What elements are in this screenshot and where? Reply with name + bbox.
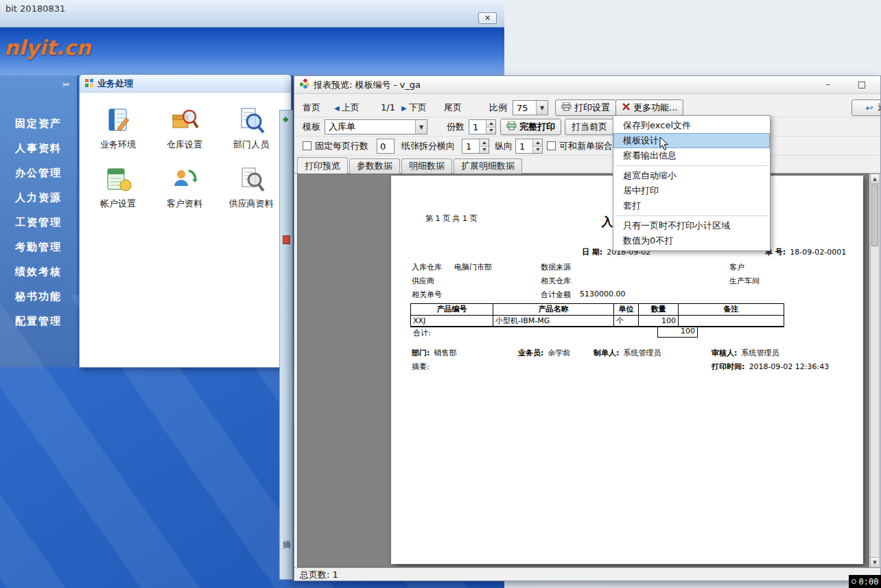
- cell-unit: 个: [614, 316, 639, 327]
- copies-value: 1: [469, 120, 486, 134]
- full-print-button[interactable]: 完整打印: [500, 119, 561, 135]
- menu-item-auto-shrink[interactable]: 超宽自动缩小: [613, 168, 770, 183]
- ledger-coin-icon: [103, 184, 133, 197]
- footer-clerk: 业务员:余学前: [518, 348, 570, 358]
- field-datasource-label: 数据来源: [541, 262, 571, 272]
- split-horizontal-stepper[interactable]: 1: [462, 139, 489, 154]
- tab-extended-detail-data[interactable]: 扩展明细数据: [454, 158, 522, 174]
- preview-canvas: 第 1 页 共 1 页 入库单 日 期:2018-09-02 单 号:18-09…: [297, 174, 869, 567]
- split-horizontal-value: 1: [462, 139, 479, 153]
- split-vertical-stepper[interactable]: 1: [515, 139, 543, 154]
- scroll-thumb[interactable]: [871, 185, 878, 246]
- back-button[interactable]: ↩ 返: [851, 99, 881, 116]
- menu-item-zero-not-print[interactable]: 数值为0不打: [613, 233, 770, 248]
- menu-item-skip-subtotal[interactable]: 只有一页时不打印小计区域: [613, 218, 770, 233]
- nav-next-label: 下页: [409, 102, 427, 113]
- print-setup-button[interactable]: 打印设置: [555, 99, 616, 116]
- vertical-scrollbar[interactable]: ▲ ▼: [870, 174, 880, 567]
- menu-item-overlay-print[interactable]: 套打: [613, 198, 770, 213]
- chevron-down-icon: ▼: [415, 120, 427, 134]
- sidebar-item-performance[interactable]: 绩效考核: [0, 259, 77, 284]
- template-label: 模板: [303, 118, 320, 135]
- merge-checkbox[interactable]: [547, 141, 556, 150]
- shortcut-label: 帐户设置: [85, 198, 151, 210]
- menu-item-view-output[interactable]: 察看输出信息: [613, 148, 770, 163]
- spin-down-icon[interactable]: [533, 147, 542, 154]
- fixed-rows-label: 固定每页行数: [315, 137, 368, 154]
- next-icon: ▶: [401, 104, 407, 112]
- full-print-label: 完整打印: [519, 121, 555, 133]
- clock-icon: [851, 579, 856, 584]
- footer-print-time: 打印时间:2018-09-02 12:36:43: [712, 362, 829, 372]
- cell-remark: [679, 316, 784, 327]
- spin-up-icon[interactable]: [480, 139, 489, 147]
- nav-prev-label: 上页: [342, 102, 360, 113]
- scissors-icon[interactable]: ✂: [62, 80, 70, 90]
- nav-first-button[interactable]: 首页: [303, 99, 320, 116]
- auditor-label: 审核人:: [712, 349, 737, 357]
- tab-print-preview[interactable]: 打印预览: [297, 157, 348, 174]
- spin-down-icon[interactable]: [480, 147, 489, 154]
- shortcut-account-settings[interactable]: 帐户设置: [85, 164, 151, 210]
- field-total-amount-value: 5130000.00: [580, 290, 625, 298]
- maximize-button[interactable]: □: [847, 76, 876, 93]
- shortcut-supplier-info[interactable]: 供应商资料: [218, 164, 284, 210]
- sidebar-item-office[interactable]: 办公管理: [0, 161, 77, 185]
- tab-detail-data[interactable]: 明细数据: [401, 158, 452, 174]
- report-preview-window: 报表预览: 模板编号 - v_ga – □ 首页 ◀上页 1/1 ▶下页 尾页 …: [294, 75, 881, 581]
- scale-select[interactable]: 75 ▼: [513, 100, 548, 115]
- minimize-button[interactable]: –: [814, 76, 843, 93]
- sidebar-item-human-res[interactable]: 人力资源: [0, 185, 77, 210]
- sidebar: ✂ 固定资产 人事资料 办公管理 人力资源 工资管理 考勤管理 绩效考核 秘书功…: [0, 75, 77, 367]
- sidebar-item-fixed-assets[interactable]: 固定资产: [0, 111, 77, 136]
- prev-icon: ◀: [334, 104, 340, 112]
- shortcut-label: 业务环境: [85, 139, 151, 151]
- clerk-value: 余学前: [548, 349, 570, 357]
- split-vertical-label: 纵向: [495, 137, 513, 154]
- split-vertical-value: 1: [516, 139, 532, 153]
- business-panel: 业务处理 业务环境 仓库设置: [79, 74, 292, 368]
- spin-up-icon[interactable]: [533, 139, 542, 147]
- status-bar: 总页数: 1: [294, 567, 880, 581]
- shortcut-business-environment[interactable]: 业务环境: [85, 105, 151, 151]
- shortcut-label: 部门人员: [218, 139, 284, 151]
- copies-stepper[interactable]: 1: [469, 119, 496, 134]
- col-quantity: 数量: [639, 304, 679, 316]
- red-marker-icon: [283, 235, 290, 244]
- scroll-up-icon[interactable]: ▲: [871, 174, 879, 184]
- sidebar-item-payroll[interactable]: 工资管理: [0, 210, 77, 235]
- field-customer-label: 客户: [729, 262, 744, 272]
- template-value: 入库单: [329, 121, 355, 133]
- scroll-down-icon[interactable]: ▼: [871, 557, 879, 567]
- fixed-rows-checkbox[interactable]: [303, 141, 312, 150]
- more-functions-button[interactable]: 更多功能...: [615, 99, 683, 116]
- footer-dept: 部门:销售部: [412, 348, 456, 358]
- shortcut-label: 供应商资料: [218, 198, 284, 210]
- field-total-amount-label: 合计金额: [541, 290, 571, 300]
- shortcut-department-staff[interactable]: 部门人员: [218, 105, 284, 151]
- sidebar-item-hr-files[interactable]: 人事资料: [0, 136, 77, 161]
- shortcut-warehouse-settings[interactable]: 仓库设置: [152, 105, 218, 151]
- print-current-button[interactable]: 打当前页: [565, 119, 614, 135]
- menu-item-center-print[interactable]: 居中打印: [613, 183, 770, 198]
- sidebar-item-config[interactable]: 配置管理: [0, 309, 77, 333]
- sidebar-item-attendance[interactable]: 考勤管理: [0, 235, 77, 259]
- shortcut-customer-info[interactable]: 客户资料: [152, 164, 218, 210]
- scale-label: 比例: [489, 99, 507, 116]
- spin-down-icon[interactable]: [486, 128, 495, 134]
- template-select[interactable]: 入库单 ▼: [325, 119, 427, 134]
- col-product-name: 产品名称: [493, 304, 614, 316]
- menu-item-save-to-excel[interactable]: 保存到excel文件: [613, 118, 770, 133]
- footer-auditor: 审核人:系统管理员: [712, 348, 779, 358]
- sidebar-item-secretary[interactable]: 秘书功能: [0, 284, 77, 309]
- main-close-button[interactable]: ×: [478, 12, 497, 24]
- nav-next-button[interactable]: ▶下页: [401, 99, 427, 117]
- nav-last-button[interactable]: 尾页: [444, 99, 462, 116]
- menu-item-template-design[interactable]: 模板设计: [613, 133, 770, 148]
- fixed-rows-input[interactable]: 0: [377, 139, 395, 154]
- tab-parameter-data[interactable]: 参数数据: [349, 158, 400, 174]
- nav-prev-button[interactable]: ◀上页: [334, 99, 360, 117]
- spin-up-icon[interactable]: [486, 120, 495, 128]
- split-horizontal-label: 纸张拆分横向: [401, 137, 455, 154]
- recording-timer: 0:00: [849, 575, 881, 588]
